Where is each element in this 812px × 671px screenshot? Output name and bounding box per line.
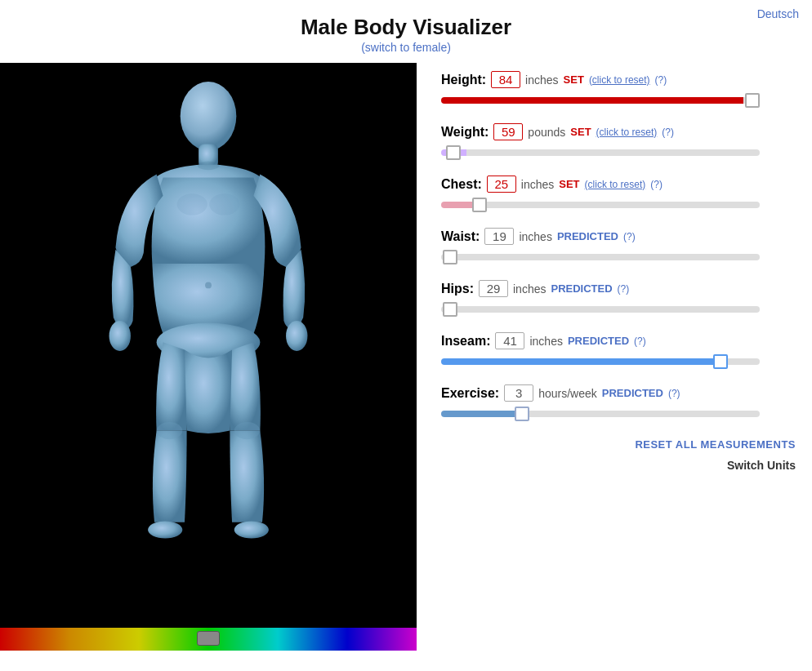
chest-value[interactable]: 25	[487, 176, 516, 193]
waist-help-link[interactable]: (?)	[623, 231, 636, 242]
height-reset-link[interactable]: (click to reset)	[589, 74, 650, 86]
body-figure	[0, 63, 417, 626]
weight-reset-link[interactable]: (click to reset)	[596, 127, 658, 138]
hips-row: Hips: 29 inches PREDICTED (?)	[441, 280, 796, 318]
hips-slider-track[interactable]	[441, 306, 760, 313]
svg-point-6	[148, 521, 182, 538]
controls-panel: Height: 84 inches SET (click to reset) (…	[417, 63, 812, 651]
height-slider-thumb[interactable]	[745, 93, 760, 108]
chest-label: Chest:	[441, 177, 482, 192]
waist-label: Waist:	[441, 229, 480, 244]
waist-row: Waist: 19 inches PREDICTED (?)	[441, 228, 796, 265]
hips-value[interactable]: 29	[479, 280, 508, 297]
inseam-slider-thumb[interactable]	[713, 354, 728, 369]
svg-point-13	[198, 162, 219, 171]
svg-point-4	[109, 321, 131, 351]
color-slider-thumb[interactable]	[197, 631, 220, 646]
switch-units-button[interactable]: Switch Units	[441, 459, 796, 472]
chest-slider-thumb[interactable]	[472, 198, 487, 212]
inseam-label: Inseam:	[441, 334, 490, 349]
language-link[interactable]: Deutsch	[757, 7, 799, 20]
weight-value[interactable]: 59	[493, 123, 523, 140]
height-status: SET	[564, 73, 584, 86]
height-row: Height: 84 inches SET (click to reset) (…	[441, 71, 796, 109]
svg-point-10	[177, 193, 207, 215]
chest-unit: inches	[521, 178, 554, 191]
bottom-buttons: RESET ALL MEASUREMENTS Switch Units	[441, 438, 796, 472]
weight-slider-thumb[interactable]	[446, 145, 461, 160]
chest-status: SET	[559, 178, 579, 190]
chest-help-link[interactable]: (?)	[650, 179, 663, 190]
hips-help-link[interactable]: (?)	[618, 283, 630, 295]
height-help-link[interactable]: (?)	[655, 74, 667, 86]
height-label: Height:	[441, 73, 486, 87]
color-gradient-bar[interactable]	[0, 628, 417, 651]
main-layout: Height: 84 inches SET (click to reset) (…	[0, 63, 812, 651]
height-unit: inches	[525, 73, 558, 87]
hips-label: Hips:	[441, 282, 474, 296]
exercise-label: Exercise:	[441, 386, 499, 401]
exercise-unit: hours/week	[538, 387, 597, 400]
hips-unit: inches	[513, 282, 546, 296]
weight-label: Weight:	[441, 125, 489, 140]
svg-point-7	[234, 521, 269, 538]
body-viewer	[0, 63, 417, 651]
weight-status: SET	[570, 126, 591, 138]
chest-slider-track[interactable]	[441, 202, 760, 208]
weight-slider-container	[441, 144, 760, 161]
exercise-slider-track[interactable]	[441, 411, 760, 417]
height-slider-container	[441, 92, 760, 109]
svg-point-11	[209, 193, 239, 215]
waist-slider-thumb[interactable]	[443, 250, 457, 264]
inseam-row: Inseam: 41 inches PREDICTED (?)	[441, 332, 796, 370]
weight-slider-track[interactable]	[441, 149, 760, 156]
body-svg	[86, 75, 331, 614]
page-title: Male Body Visualizer	[0, 15, 812, 40]
switch-gender-link[interactable]: (switch to female)	[361, 41, 451, 54]
svg-point-9	[234, 422, 261, 439]
hips-status: PREDICTED	[551, 282, 612, 295]
exercise-help-link[interactable]: (?)	[668, 388, 680, 399]
chest-row: Chest: 25 inches SET (click to reset) (?…	[441, 176, 796, 213]
chest-slider-container	[441, 197, 760, 213]
svg-point-0	[181, 82, 237, 150]
chest-reset-link[interactable]: (click to reset)	[585, 179, 646, 190]
reset-all-button[interactable]: RESET ALL MEASUREMENTS	[441, 438, 796, 451]
svg-point-8	[157, 422, 183, 439]
height-value[interactable]: 84	[491, 71, 520, 88]
waist-value[interactable]: 19	[484, 228, 514, 245]
exercise-value[interactable]: 3	[504, 384, 533, 402]
hips-slider-container	[441, 301, 760, 318]
waist-slider-container	[441, 249, 760, 265]
inseam-help-link[interactable]: (?)	[634, 336, 646, 347]
inseam-value[interactable]: 41	[495, 332, 524, 349]
weight-unit: pounds	[528, 126, 565, 139]
hips-slider-thumb[interactable]	[443, 302, 457, 317]
waist-status: PREDICTED	[557, 230, 618, 242]
waist-unit: inches	[519, 230, 551, 243]
exercise-status: PREDICTED	[602, 387, 663, 399]
inseam-unit: inches	[529, 335, 562, 348]
weight-help-link[interactable]: (?)	[662, 127, 674, 138]
inseam-status: PREDICTED	[568, 335, 629, 347]
inseam-slider-container	[441, 353, 760, 370]
weight-row: Weight: 59 pounds SET (click to reset) (…	[441, 123, 796, 161]
svg-point-5	[286, 321, 307, 351]
page-header: Male Body Visualizer (switch to female)	[0, 0, 812, 55]
height-slider-track[interactable]	[441, 97, 760, 104]
svg-point-12	[205, 282, 212, 288]
waist-slider-track[interactable]	[441, 254, 760, 260]
exercise-slider-container	[441, 406, 760, 422]
exercise-row: Exercise: 3 hours/week PREDICTED (?)	[441, 384, 796, 422]
inseam-slider-track[interactable]	[441, 358, 760, 365]
exercise-slider-thumb[interactable]	[515, 407, 529, 421]
